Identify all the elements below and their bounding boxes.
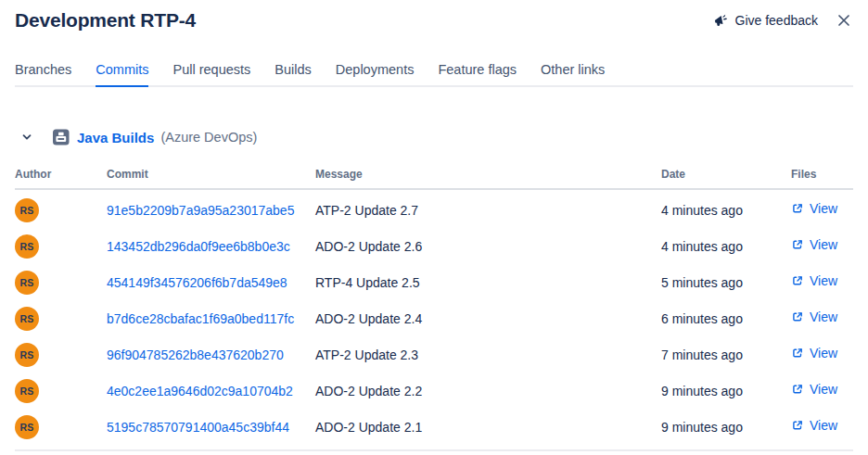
avatar[interactable]: RS [15,379,39,403]
avatar-initials: RS [20,313,34,324]
section-provider-label: (Azure DevOps) [160,130,257,145]
commit-date: 5 minutes ago [661,275,791,290]
header-actions: Give feedback [713,9,854,30]
external-link-icon [791,419,804,432]
tab-pull-requests[interactable]: Pull requests [172,62,250,87]
dialog-header: Development RTP-4 Give feedback [15,0,853,32]
author-cell: RS [15,415,107,439]
tab-other-links[interactable]: Other links [541,62,605,87]
commit-date: 4 minutes ago [661,239,791,254]
column-header-message: Message [315,168,661,181]
commit-date: 7 minutes ago [661,348,791,362]
commit-message: ADO-2 Update 2.1 [315,420,661,435]
view-files-link[interactable]: View [791,382,837,397]
view-files-link[interactable]: View [791,346,837,360]
column-header-files: Files [791,168,853,181]
chevron-down-icon [20,131,33,144]
external-link-icon [791,347,804,360]
commit-cell: 91e5b2209b7a9a95a23017abe5 [107,203,315,218]
page-title: Development RTP-4 [15,9,196,32]
files-cell: View [791,310,853,327]
tab-branches[interactable]: Branches [15,62,71,87]
tab-builds[interactable]: Builds [274,62,312,87]
avatar-initials: RS [20,349,34,360]
column-header-author: Author [15,168,107,181]
table-row: RS b7d6ce28cbafac1f69a0bed117fc ADO-2 Up… [15,300,853,336]
view-files-link[interactable]: View [791,310,837,324]
section-title-link[interactable]: Java Builds [77,130,154,145]
commit-hash-link[interactable]: b7d6ce28cbafac1f69a0bed117fc [107,311,310,326]
avatar[interactable]: RS [15,343,39,367]
avatar[interactable]: RS [15,198,39,222]
collapse-section-button[interactable] [19,129,35,145]
avatar[interactable]: RS [15,307,39,331]
files-cell: View [791,418,853,436]
section-header: Java Builds (Azure DevOps) [15,128,853,146]
external-link-icon [791,274,804,287]
view-files-link[interactable]: View [791,418,837,433]
external-link-icon [791,238,804,251]
author-cell: RS [15,379,107,403]
author-cell: RS [15,234,107,259]
avatar[interactable]: RS [15,234,39,259]
commit-message: ADO-2 Update 2.2 [315,384,661,398]
view-files-link[interactable]: View [791,201,837,216]
external-link-icon [791,383,804,396]
tab-feature-flags[interactable]: Feature flags [438,62,517,87]
view-label: View [810,418,837,433]
tab-bar: BranchesCommitsPull requestsBuildsDeploy… [15,62,853,87]
commit-message: ATP-2 Update 2.7 [315,203,661,218]
files-cell: View [791,237,853,255]
commit-date: 9 minutes ago [661,384,791,398]
avatar-initials: RS [20,241,34,252]
avatar-initials: RS [20,385,34,397]
view-files-link[interactable]: View [791,237,837,252]
files-cell: View [791,273,853,291]
view-label: View [810,310,837,324]
view-label: View [810,201,837,216]
avatar-initials: RS [20,277,34,288]
development-dialog: Development RTP-4 Give feedback [0,0,868,451]
avatar[interactable]: RS [15,271,39,295]
commit-hash-link[interactable]: 5195c78570791400a45c39bf44 [107,420,310,435]
view-label: View [810,382,837,397]
external-link-icon [791,202,804,215]
author-cell: RS [15,271,107,295]
column-header-date: Date [661,168,791,181]
files-cell: View [791,201,853,219]
commit-hash-link[interactable]: 454149f34576206f6b7da549e8 [107,275,310,290]
tab-commits[interactable]: Commits [96,62,148,87]
megaphone-icon [713,13,729,29]
avatar[interactable]: RS [15,415,39,439]
table-row: RS 5195c78570791400a45c39bf44 ADO-2 Upda… [15,409,853,445]
commit-hash-link[interactable]: 91e5b2209b7a9a95a23017abe5 [107,203,310,218]
tab-deployments[interactable]: Deployments [336,62,415,87]
author-cell: RS [15,343,107,367]
view-label: View [810,273,837,288]
commit-cell: 143452db296da0f9ee6b8b0e3c [107,239,315,254]
give-feedback-label: Give feedback [735,13,819,28]
files-cell: View [791,382,853,399]
avatar-initials: RS [20,422,34,433]
view-label: View [810,237,837,252]
view-files-link[interactable]: View [791,273,837,288]
commits-table: Author Commit Message Date Files RS 91e5… [15,168,853,451]
commit-cell: 96f904785262b8e437620b270 [107,348,315,362]
view-label: View [810,346,837,360]
close-button[interactable] [835,11,853,30]
commit-hash-link[interactable]: 96f904785262b8e437620b270 [107,348,310,362]
commit-cell: b7d6ce28cbafac1f69a0bed117fc [107,311,315,326]
commit-message: ADO-2 Update 2.4 [315,311,661,326]
commit-message: RTP-4 Update 2.5 [315,275,661,290]
repository-icon [52,128,70,146]
table-row: RS 4e0c2ee1a9646d02c9a10704b2 ADO-2 Upda… [15,373,853,409]
commit-cell: 454149f34576206f6b7da549e8 [107,275,315,290]
commit-hash-link[interactable]: 143452db296da0f9ee6b8b0e3c [107,239,310,254]
external-link-icon [791,310,804,323]
commit-hash-link[interactable]: 4e0c2ee1a9646d02c9a10704b2 [107,384,310,398]
give-feedback-button[interactable]: Give feedback [713,13,819,29]
author-cell: RS [15,307,107,331]
commit-date: 6 minutes ago [661,311,791,326]
column-header-commit: Commit [107,168,315,181]
table-row: RS 91e5b2209b7a9a95a23017abe5 ATP-2 Upda… [15,192,853,228]
